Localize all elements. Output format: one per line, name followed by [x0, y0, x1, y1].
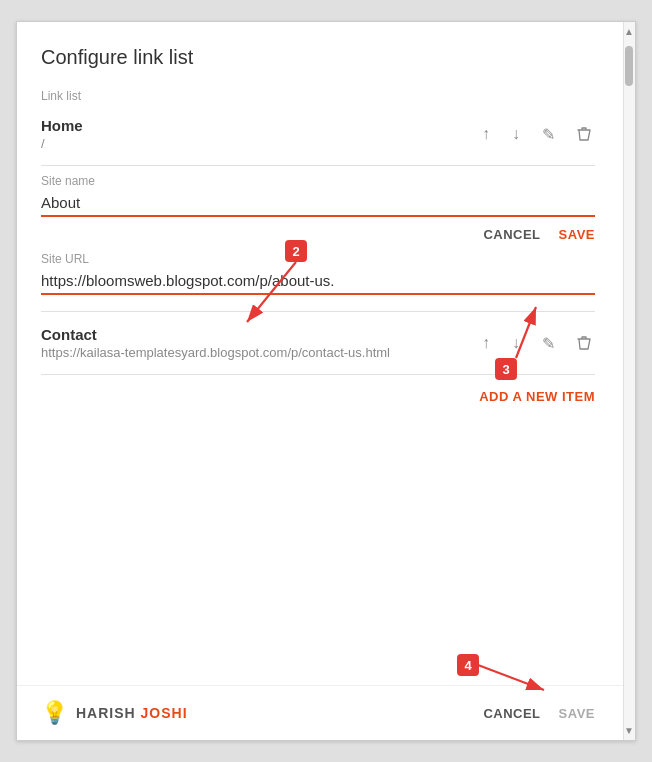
save-about-button[interactable]: SAVE [559, 227, 595, 242]
scrollbar-thumb[interactable] [625, 46, 633, 86]
edit-button-home[interactable]: ✎ [538, 123, 559, 146]
scrollbar[interactable]: ▲ ▼ [623, 22, 635, 740]
scroll-up-arrow[interactable]: ▲ [623, 26, 635, 37]
add-new-item-button[interactable]: ADD A NEW ITEM [41, 389, 595, 404]
move-up-button-contact[interactable]: ↑ [478, 332, 494, 354]
item-name-home: Home [41, 117, 478, 134]
configure-link-list-dialog: ▲ ▼ Configure link list Link list Home /… [16, 21, 636, 741]
edit-actions-about: CANCEL SAVE [41, 227, 595, 242]
item-actions-contact: ↑ ↓ ✎ [478, 332, 595, 355]
footer-save-button[interactable]: SAVE [559, 706, 595, 721]
item-url-home: / [41, 136, 478, 151]
cancel-about-button[interactable]: CANCEL [483, 227, 540, 242]
dialog-title: Configure link list [41, 46, 595, 69]
brand-icon: 💡 [41, 700, 68, 726]
scroll-down-arrow[interactable]: ▼ [623, 725, 635, 736]
footer-cancel-button[interactable]: CANCEL [483, 706, 540, 721]
brand-name: HARISH JOSHI [76, 705, 188, 721]
move-down-button-home[interactable]: ↓ [508, 123, 524, 145]
brand-name-dark: HARISH [76, 705, 136, 721]
item-name-contact: Contact [41, 326, 478, 343]
edit-button-contact[interactable]: ✎ [538, 332, 559, 355]
edit-about-section: Site name CANCEL SAVE Site URL [41, 174, 595, 295]
item-info-home: Home / [41, 117, 478, 151]
brand: 💡 HARISH JOSHI [41, 700, 188, 726]
item-info-contact: Contact https://kailasa-templatesyard.bl… [41, 326, 478, 360]
delete-button-home[interactable] [573, 124, 595, 144]
annotation-4: 4 [457, 654, 479, 676]
site-url-label: Site URL [41, 252, 595, 266]
item-url-contact: https://kailasa-templatesyard.blogspot.c… [41, 345, 478, 360]
site-url-input[interactable] [41, 268, 595, 295]
brand-name-orange: JOSHI [141, 705, 188, 721]
annotation-2: 2 [285, 240, 307, 262]
site-name-input[interactable] [41, 190, 595, 217]
annotation-3: 3 [495, 358, 517, 380]
move-down-button-contact[interactable]: ↓ [508, 332, 524, 354]
footer-actions: CANCEL SAVE [483, 706, 595, 721]
item-actions-home: ↑ ↓ ✎ [478, 123, 595, 146]
site-name-label: Site name [41, 174, 595, 188]
move-up-button-home[interactable]: ↑ [478, 123, 494, 145]
dialog-footer: 💡 HARISH JOSHI CANCEL SAVE [17, 685, 635, 740]
delete-button-contact[interactable] [573, 333, 595, 353]
list-item: Home / ↑ ↓ ✎ [41, 109, 595, 159]
link-list-label: Link list [41, 89, 595, 103]
